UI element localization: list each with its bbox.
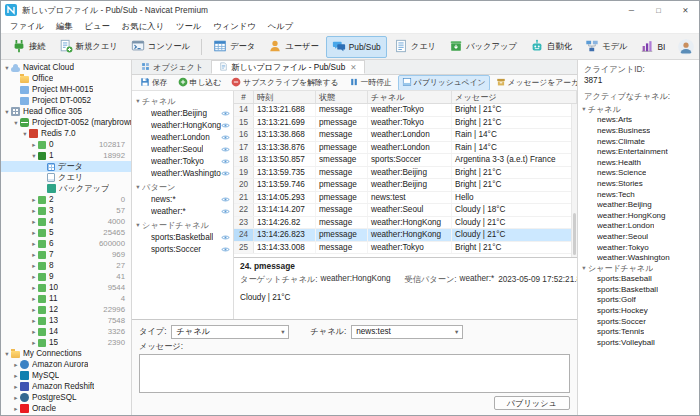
tree-item[interactable]: ▸ Oracle [1,403,131,414]
publish-pane-button[interactable]: パブリッシュペイン [398,75,490,91]
active-channel-row[interactable]: news:Health [578,157,699,168]
eye-icon[interactable] [221,134,230,141]
tree-item[interactable]: ▾ 1 18992 [1,150,131,161]
active-channel-row[interactable]: weather:HongKong [578,210,699,221]
message-row[interactable]: 21 13:14:05.293 pmessage news:test Hello [234,192,577,205]
message-row[interactable]: 18 13:13:50.857 smessage sports:Soccer A… [234,154,577,167]
tree-item[interactable]: ▸ MySQL [1,370,131,381]
expander-icon[interactable]: ▾ [3,106,11,117]
channel-row[interactable]: weather:Beijing [132,107,233,119]
expander-icon[interactable]: ▸ [30,216,38,227]
tree-item[interactable]: ▾ Head Office 305 [1,106,131,117]
expander-icon[interactable]: ▸ [30,139,38,150]
tree-item[interactable]: Project DT-0052 [1,95,131,106]
tree-item[interactable]: ▸ Amazon Aurora [1,359,131,370]
publish-button[interactable]: パブリッシュ [494,396,570,410]
active-channel-row[interactable]: news:Tech [578,189,699,200]
channel-row[interactable]: news:* [132,193,233,205]
message-row[interactable]: 19 13:13:59.735 message weather:Beijing … [234,167,577,180]
expander-icon[interactable]: ▾ [30,150,38,161]
col-time[interactable]: 時刻 [254,91,316,103]
active-channel-row[interactable]: weather:Tokyo [578,242,699,253]
active-channel-row[interactable]: sports:Soccer [578,316,699,327]
expander-icon[interactable]: ▸ [12,403,20,414]
query-button[interactable]: クエリ [388,36,442,58]
message-row[interactable]: 23 13:14:26.82 message weather:HongKong … [234,217,577,230]
active-channel-row[interactable]: sports:Baseball [578,274,699,285]
type-select[interactable]: チャネル ▾ [171,325,289,339]
tree-item[interactable]: ▸ 0 102817 [1,139,131,150]
tree-item[interactable]: ▸ 14 3326 [1,326,131,337]
backup-button[interactable]: バックアップ [443,36,523,58]
tree-item[interactable]: ▸ 7 969 [1,249,131,260]
save-button[interactable]: 保存 [136,75,172,91]
tree-item[interactable]: ▸ 10 9544 [1,282,131,293]
expander-icon[interactable]: ▸ [30,337,38,348]
channel-row[interactable]: ▾ パターン [132,181,233,193]
active-channel-row[interactable]: news:Climate [578,136,699,147]
active-channel-row[interactable]: sports:Hockey [578,305,699,316]
expander-icon[interactable]: ▸ [30,293,38,304]
channel-row[interactable]: ▾ シャードチャネル [132,219,233,231]
message-row[interactable]: 20 13:13:59.746 pmessage weather:Beijing… [234,179,577,192]
pubsub-button[interactable]: Pub/Sub [326,36,387,58]
menu-favorites[interactable]: お気に入り [116,21,170,32]
tree-item[interactable]: ▸ 5 25465 [1,227,131,238]
channel-row[interactable]: weather:Tokyo [132,155,233,167]
tree-item[interactable]: Office [1,73,131,84]
message-row[interactable]: 22 13:14:14.207 message weather:Seoul Cl… [234,204,577,217]
eye-icon[interactable] [221,234,230,241]
tree-item[interactable]: ▸ PostgreSQL [1,392,131,403]
expander-icon[interactable]: ▾ [3,348,11,359]
tree-item[interactable]: ▾ ProjectDT-0052 (marybrown@g... [1,117,131,128]
expander-icon[interactable]: ▸ [30,315,38,326]
channel-row[interactable]: sports:Soccer [132,243,233,255]
connection-button[interactable]: 接続 [6,36,52,58]
expander-icon[interactable]: ▾ [134,95,142,107]
col-state[interactable]: 状態 [316,91,368,103]
tree-item[interactable]: ▸ 15 2390 [1,337,131,348]
tree-item[interactable]: ▸ Amazon Redshift [1,381,131,392]
tree-item[interactable]: ▸ 12 22996 [1,304,131,315]
expander-icon[interactable]: ▸ [12,392,20,403]
tree-item[interactable]: Project MH-0015 [1,84,131,95]
console-button[interactable]: コンソール [125,36,196,58]
expander-icon[interactable]: ▾ [134,181,142,193]
expander-icon[interactable]: ▸ [30,260,38,271]
eye-icon[interactable] [221,196,230,203]
expander-icon[interactable]: ▸ [30,205,38,216]
close-tab-icon[interactable]: ✕ [350,63,356,72]
expander-icon[interactable]: ▸ [30,282,38,293]
active-channel-row[interactable]: news:Arts [578,115,699,126]
menu-view[interactable]: ビュー [79,21,116,32]
eye-icon[interactable] [221,110,230,117]
active-channel-row[interactable]: ▾ シャードチャネル [578,263,699,274]
active-channel-row[interactable]: weather:London [578,221,699,232]
eye-icon[interactable] [221,122,230,129]
col-message[interactable]: メッセージ [452,91,577,103]
tree-item[interactable]: バックアップ [1,183,131,194]
message-input[interactable] [139,354,570,393]
close-icon[interactable]: ✕ [672,1,699,19]
menu-file[interactable]: ファイル [4,21,50,32]
channel-row[interactable]: weather:HongKong [132,119,233,131]
channel-row[interactable]: sports:Basketball [132,231,233,243]
message-row[interactable]: 25 13:14:33.008 message weather:Tokyo Br… [234,242,577,255]
user-avatar[interactable] [678,39,694,55]
expander-icon[interactable]: ▾ [580,263,588,274]
tree-item[interactable]: ▸ 9 41 [1,271,131,282]
expander-icon[interactable]: ▾ [580,104,588,115]
unsubscribe-button[interactable]: サブスクライブを解除する [227,75,342,91]
tree-item[interactable]: ▸ 11 4 [1,293,131,304]
expander-icon[interactable]: ▾ [21,128,29,139]
menu-edit[interactable]: 編集 [50,21,79,32]
eye-icon[interactable] [221,208,230,215]
col-index[interactable]: # [234,91,254,103]
message-row[interactable]: 16 13:13:38.868 message weather:London R… [234,129,577,142]
tree-item[interactable]: ▸ 4 4000 [1,216,131,227]
active-channel-row[interactable]: sports:Basketball [578,284,699,295]
active-channel-row[interactable]: news:Science [578,168,699,179]
expander-icon[interactable]: ▸ [30,271,38,282]
channel-row[interactable]: weather:Washington [132,167,233,179]
active-channel-row[interactable]: sports:Golf [578,295,699,306]
